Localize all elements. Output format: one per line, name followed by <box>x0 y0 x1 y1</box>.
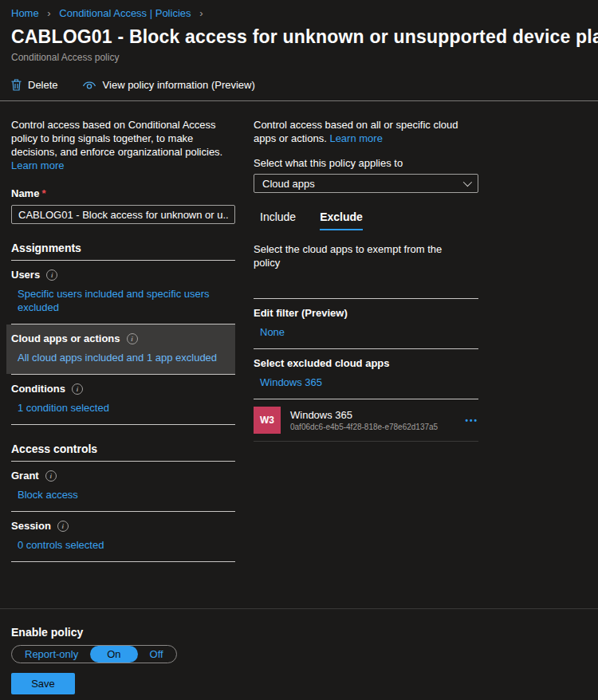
grant-section[interactable]: Grant i Block access <box>11 462 235 511</box>
conditions-section[interactable]: Conditions i 1 condition selected <box>11 375 235 424</box>
select-excluded-apps-label: Select excluded cloud apps <box>254 357 478 369</box>
cloud-apps-section-label: Cloud apps or actions i <box>11 332 235 344</box>
divider <box>11 561 235 562</box>
policy-summary-column: Control access based on Conditional Acce… <box>11 118 235 562</box>
windows-365-avatar: W3 <box>254 407 281 434</box>
name-field-label: Name* <box>11 187 235 199</box>
exempt-instruction-text: Select the cloud apps to exempt from the… <box>254 242 462 269</box>
session-link[interactable]: 0 controls selected <box>18 538 225 552</box>
learn-more-link[interactable]: Learn more <box>329 132 382 144</box>
cloud-apps-detail-column: Control access based on all or specific … <box>254 118 478 562</box>
grant-section-label: Grant i <box>11 470 235 482</box>
enable-policy-label: Enable policy <box>11 626 587 639</box>
cloud-apps-assignment-link[interactable]: All cloud apps included and 1 app exclud… <box>18 351 225 364</box>
toggle-option-report-only[interactable]: Report-only <box>13 646 90 663</box>
users-section-label: Users i <box>11 269 235 281</box>
policy-description: Control access based on Conditional Acce… <box>11 118 235 159</box>
delete-button-label: Delete <box>28 79 58 91</box>
cloud-apps-label-text: Cloud apps or actions <box>11 332 120 344</box>
excluded-app-info: Windows 365 0af06dc6-e4b5-4f28-818e-e78e… <box>290 409 438 431</box>
users-assignment-link[interactable]: Specific users included and specific use… <box>18 287 225 314</box>
session-label-text: Session <box>11 520 51 532</box>
info-icon[interactable]: i <box>127 333 138 344</box>
applies-to-dropdown[interactable]: Cloud apps <box>254 174 478 193</box>
blade-header: Home › Conditional Access | Policies › C… <box>0 0 598 93</box>
excluded-app-name: Windows 365 <box>290 409 438 421</box>
grant-link[interactable]: Block access <box>18 488 225 501</box>
conditions-link[interactable]: 1 condition selected <box>18 401 225 415</box>
tab-exclude[interactable]: Exclude <box>320 210 363 230</box>
divider <box>11 424 235 425</box>
session-section-label: Session i <box>11 520 235 532</box>
info-icon[interactable]: i <box>46 269 57 281</box>
divider <box>254 441 478 442</box>
users-label-text: Users <box>11 269 40 281</box>
trash-icon <box>11 79 22 91</box>
applies-to-label: Select what this policy applies to <box>254 157 478 169</box>
conditions-label-text: Conditions <box>11 383 65 395</box>
divider <box>0 100 598 101</box>
breadcrumb-home[interactable]: Home <box>11 7 39 19</box>
name-label-text: Name <box>11 187 39 199</box>
cloud-apps-description: Control access based on all or specific … <box>254 118 478 145</box>
edit-filter-link[interactable]: None <box>260 325 467 339</box>
assignments-heading: Assignments <box>11 242 235 254</box>
breadcrumb-conditional-access-policies[interactable]: Conditional Access | Policies <box>59 7 191 19</box>
access-controls-heading: Access controls <box>11 442 235 455</box>
info-icon[interactable]: i <box>45 470 57 482</box>
command-bar: Delete View policy information (Preview) <box>11 76 598 93</box>
view-policy-information-label: View policy information (Preview) <box>103 79 255 91</box>
ellipsis-menu-icon[interactable]: ••• <box>465 416 478 425</box>
tab-include[interactable]: Include <box>260 210 296 230</box>
learn-more-link[interactable]: Learn more <box>11 159 64 171</box>
page-subtitle: Conditional Access policy <box>11 52 598 63</box>
session-section[interactable]: Session i 0 controls selected <box>11 512 235 561</box>
view-policy-information-button[interactable]: View policy information (Preview) <box>82 79 255 91</box>
eye-icon <box>82 80 96 90</box>
chevron-right-icon: › <box>47 7 50 19</box>
excluded-apps-picker-link[interactable]: Windows 365 <box>260 376 467 389</box>
cloud-apps-section[interactable]: Cloud apps or actions i All cloud apps i… <box>6 324 235 374</box>
conditions-section-label: Conditions i <box>11 383 235 395</box>
edit-filter-section: Edit filter (Preview) None <box>254 299 478 348</box>
applies-to-selected-value: Cloud apps <box>262 178 315 190</box>
info-icon[interactable]: i <box>72 383 83 395</box>
delete-button[interactable]: Delete <box>11 79 58 91</box>
excluded-app-row[interactable]: W3 Windows 365 0af06dc6-e4b5-4f28-818e-e… <box>254 399 478 441</box>
excluded-app-id: 0af06dc6-e4b5-4f28-818e-e78e62d137a5 <box>290 423 438 431</box>
save-button[interactable]: Save <box>11 673 75 694</box>
chevron-down-icon <box>463 178 472 187</box>
page-title: CABLOG01 - Block access for unknown or u… <box>11 26 598 48</box>
select-excluded-apps-section: Select excluded cloud apps Windows 365 <box>254 349 478 399</box>
include-exclude-tabs: Include Exclude <box>260 210 478 230</box>
chevron-right-icon: › <box>199 7 203 19</box>
policy-name-input[interactable] <box>11 205 235 224</box>
policy-footer: Enable policy Report-only On Off Save <box>0 608 598 694</box>
toggle-option-off[interactable]: Off <box>138 646 175 663</box>
edit-filter-label: Edit filter (Preview) <box>254 307 478 319</box>
enable-policy-toggle: Report-only On Off <box>11 645 177 663</box>
policy-editor-body: Control access based on Conditional Acce… <box>0 118 598 562</box>
grant-label-text: Grant <box>11 470 39 482</box>
required-asterisk: * <box>41 187 45 199</box>
info-icon[interactable]: i <box>57 521 69 532</box>
breadcrumb: Home › Conditional Access | Policies › <box>11 7 598 19</box>
spacer <box>254 269 478 298</box>
users-section[interactable]: Users i Specific users included and spec… <box>11 261 235 324</box>
toggle-option-on[interactable]: On <box>90 646 137 663</box>
